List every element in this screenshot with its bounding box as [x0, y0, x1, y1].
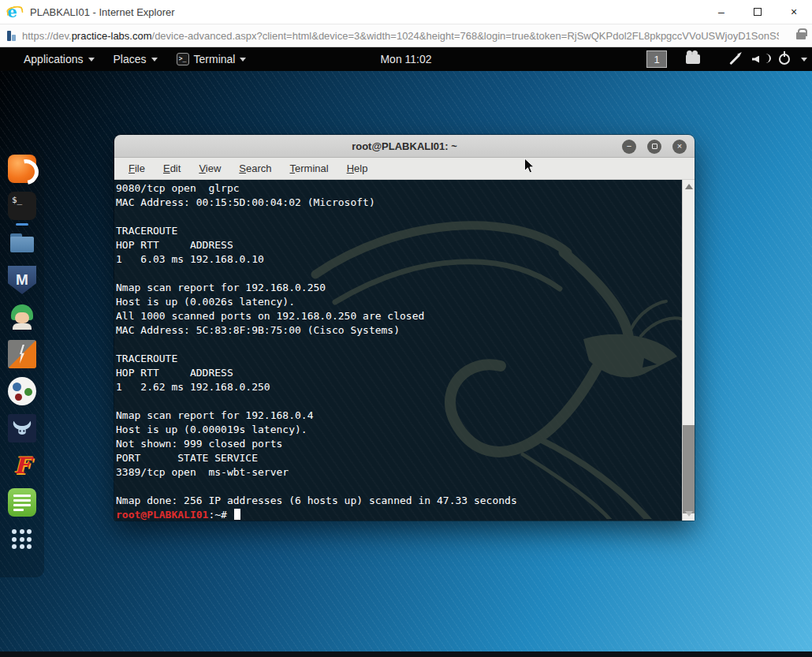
- maximize-icon: [652, 144, 657, 149]
- terminal-line: Nmap scan report for 192.168.0.4: [116, 409, 682, 423]
- terminal-maximize-button[interactable]: [647, 140, 661, 154]
- applications-menu-label: Applications: [24, 53, 84, 65]
- scrollbar-thumb[interactable]: [683, 425, 695, 513]
- terminal-app-icon: >_: [177, 53, 189, 65]
- maltego-icon[interactable]: [8, 377, 36, 405]
- places-menu-label: Places: [114, 53, 147, 65]
- files-icon[interactable]: [8, 229, 36, 257]
- viewport-bottom-strip: [0, 651, 812, 657]
- url-domain: practice-labs.com: [72, 30, 152, 42]
- favorites-dock: $_ M F: [0, 148, 44, 577]
- power-icon[interactable]: [779, 54, 790, 65]
- beef-icon[interactable]: [8, 414, 36, 442]
- terminal-menubar: FileEditViewSearchTerminalHelp: [114, 158, 695, 180]
- chevron-down-icon: [240, 58, 246, 62]
- terminal-content[interactable]: 9080/tcp open glrpcMAC Address: 00:15:5D…: [114, 180, 682, 521]
- terminal-appmenu-label: Terminal: [194, 53, 236, 65]
- running-indicator: [16, 223, 28, 226]
- terminal-menu-edit[interactable]: Edit: [157, 159, 187, 177]
- terminal-line: TRACEROUTE: [116, 224, 682, 238]
- browser-close-button[interactable]: ×: [776, 0, 812, 24]
- terminal-close-button[interactable]: ×: [672, 140, 687, 154]
- armitage-icon[interactable]: [8, 303, 36, 331]
- burpsuite-icon[interactable]: [8, 340, 36, 368]
- terminal-line: [116, 210, 682, 224]
- show-applications-icon[interactable]: [8, 525, 36, 554]
- terminal-minimize-button[interactable]: −: [622, 140, 636, 154]
- firefox-icon[interactable]: [8, 155, 36, 183]
- places-menu[interactable]: Places: [104, 47, 167, 71]
- faraday-icon[interactable]: F: [8, 451, 36, 480]
- browser-minimize-button[interactable]: –: [703, 0, 739, 24]
- url-text[interactable]: https://dev.practice-labs.com/device-adv…: [22, 30, 779, 42]
- terminal-line: [116, 394, 682, 409]
- terminal-line: [116, 338, 682, 352]
- terminal-line: 1 6.03 ms 192.168.0.10: [116, 252, 682, 267]
- terminal-line: 3389/tcp open ms-wbt-server: [116, 465, 682, 480]
- applications-menu[interactable]: Applications: [0, 47, 104, 71]
- site-favicon: [6, 31, 17, 41]
- lock-icon: [796, 32, 806, 39]
- terminal-line: 9080/tcp open glrpc: [116, 181, 682, 196]
- scroll-down-icon[interactable]: [685, 511, 693, 517]
- terminal-menu-terminal[interactable]: Terminal: [284, 159, 335, 177]
- internet-explorer-icon: e: [7, 4, 23, 20]
- browser-maximize-button[interactable]: [739, 0, 776, 24]
- browser-window-title: PLABKALI01 - Internet Explorer: [30, 6, 175, 18]
- terminal-output: 9080/tcp open glrpcMAC Address: 00:15:5D…: [114, 180, 682, 508]
- terminal-menu-search[interactable]: Search: [233, 159, 277, 177]
- terminal-line: All 1000 scanned ports on 192.168.0.250 …: [116, 309, 682, 323]
- prompt-user-host: root@PLABKALI01: [116, 509, 208, 521]
- prompt-suffix: :~#: [208, 509, 233, 521]
- terminal-line: TRACEROUTE: [116, 352, 682, 366]
- mouse-cursor: [523, 158, 535, 174]
- terminal-appmenu[interactable]: >_ Terminal: [167, 47, 256, 71]
- terminal-scrollbar[interactable]: [682, 180, 695, 521]
- terminal-line: MAC Address: 5C:83:8F:9B:75:00 (Cisco Sy…: [116, 323, 682, 338]
- terminal-line: MAC Address: 00:15:5D:00:04:02 (Microsof…: [116, 196, 682, 210]
- chevron-down-icon: [151, 58, 158, 62]
- chevron-down-icon: [88, 58, 95, 62]
- terminal-line: Nmap scan report for 192.168.0.250: [116, 281, 682, 295]
- terminal-line: [116, 480, 682, 494]
- leafpad-icon[interactable]: [8, 488, 36, 517]
- terminal-menu-view[interactable]: View: [192, 159, 227, 177]
- terminal-menu-help[interactable]: Help: [341, 159, 374, 177]
- text-cursor: [234, 509, 240, 520]
- terminal-icon[interactable]: $_: [8, 192, 36, 220]
- terminal-menu-file[interactable]: File: [122, 159, 151, 177]
- terminal-line: HOP RTT ADDRESS: [116, 366, 682, 380]
- terminal-window: root@PLABKALI01: ~ − × FileEditViewSearc…: [114, 135, 695, 521]
- ie-address-bar[interactable]: https://dev.practice-labs.com/device-adv…: [0, 24, 812, 47]
- terminal-line: 1 2.62 ms 192.168.0.250: [116, 380, 682, 394]
- terminal-line: PORT STATE SERVICE: [116, 451, 682, 465]
- metasploit-icon[interactable]: M: [8, 266, 36, 294]
- terminal-line: HOP RTT ADDRESS: [116, 238, 682, 252]
- ie-titlebar: e PLABKALI01 - Internet Explorer – ×: [0, 0, 812, 24]
- topbar-status-area: 1: [646, 47, 807, 71]
- pen-icon[interactable]: [729, 54, 739, 64]
- terminal-line: Host is up (0.0026s latency).: [116, 295, 682, 309]
- terminal-line: Host is up (0.000019s latency).: [116, 423, 682, 437]
- terminal-window-title: root@PLABKALI01: ~: [352, 140, 457, 152]
- terminal-line: [116, 267, 682, 281]
- terminal-line: Not shown: 999 closed ports: [116, 437, 682, 451]
- prompt-line: root@PLABKALI01:~#: [114, 508, 682, 521]
- terminal-titlebar[interactable]: root@PLABKALI01: ~ − ×: [114, 135, 695, 158]
- volume-icon[interactable]: [752, 54, 768, 65]
- camera-icon[interactable]: [686, 54, 700, 64]
- scroll-up-icon[interactable]: [685, 184, 693, 189]
- maximize-icon: [754, 8, 762, 16]
- terminal-line: Nmap done: 256 IP addresses (6 hosts up)…: [116, 494, 682, 508]
- system-menu-chevron-icon[interactable]: [801, 58, 807, 62]
- workspace-indicator[interactable]: 1: [646, 50, 667, 68]
